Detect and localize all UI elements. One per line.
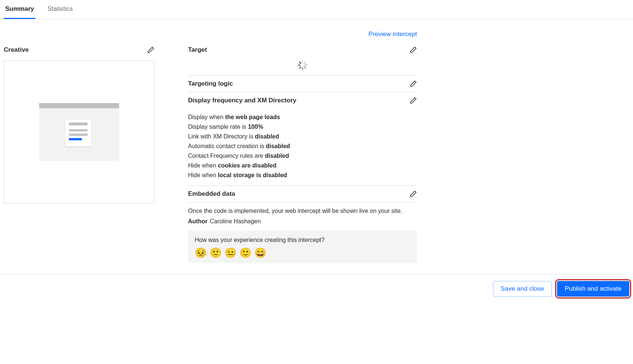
pencil-icon[interactable] xyxy=(410,97,417,104)
save-and-close-button[interactable]: Save and close xyxy=(493,281,552,297)
publish-highlight: Publish and activate xyxy=(557,281,629,297)
pencil-icon[interactable] xyxy=(147,46,155,54)
freq-sample-rate: Display sample rate is 100% xyxy=(188,122,417,132)
author-label: Author xyxy=(188,218,207,224)
creative-column: Creative xyxy=(4,42,155,263)
emoji-great[interactable]: 😄 xyxy=(254,248,266,258)
feedback-question: How was your experience creating this in… xyxy=(195,237,410,243)
targeting-logic-title: Targeting logic xyxy=(188,80,233,87)
targeting-logic-header: Targeting logic xyxy=(188,76,417,92)
target-title: Target xyxy=(188,46,207,54)
target-loading xyxy=(188,58,417,76)
tab-summary[interactable]: Summary xyxy=(4,3,35,19)
creative-mock-modal xyxy=(65,119,91,146)
settings-column: Preview intercept Target Targeting logic… xyxy=(188,42,417,263)
footer: Save and close Publish and activate xyxy=(0,274,633,303)
creative-title: Creative xyxy=(4,46,29,54)
freq-xm-link: Link with XM Directory is disabled xyxy=(188,132,417,141)
freq-hide-local: Hide when local storage is disabled xyxy=(188,170,417,180)
emoji-neutral[interactable]: 😐 xyxy=(225,248,236,258)
pencil-icon[interactable] xyxy=(410,46,417,54)
emoji-very-bad[interactable]: 😣 xyxy=(195,248,207,258)
feedback-box: How was your experience creating this in… xyxy=(188,231,417,263)
target-header: Target xyxy=(188,42,417,58)
emoji-good[interactable]: 🙂 xyxy=(239,248,251,258)
creative-preview xyxy=(4,60,155,204)
author-line: AuthorCaroline Hashagen xyxy=(188,216,417,231)
tabs: Summary Statistics xyxy=(0,0,633,19)
preview-intercept-link[interactable]: Preview intercept xyxy=(369,31,417,38)
freq-contact-freq: Contact Frequency rules are disabled xyxy=(188,151,417,161)
spinner-icon xyxy=(298,60,308,70)
implementation-note: Once the code is implemented, your web i… xyxy=(188,202,417,216)
display-freq-list: Display when the web page loads Display … xyxy=(188,109,417,186)
creative-mock-browser xyxy=(39,103,119,161)
embedded-data-title: Embedded data xyxy=(188,190,235,198)
freq-hide-cookies: Hide when cookies are disabled xyxy=(188,161,417,170)
freq-auto-contact: Automatic contact creation is disabled xyxy=(188,141,417,151)
pencil-icon[interactable] xyxy=(410,80,417,87)
display-freq-title: Display frequency and XM Directory xyxy=(188,97,296,104)
display-freq-header: Display frequency and XM Directory xyxy=(188,92,417,109)
tab-statistics[interactable]: Statistics xyxy=(46,3,74,19)
feedback-emoji-row: 😣 🙁 😐 🙂 😄 xyxy=(195,248,410,258)
freq-display-when: Display when the web page loads xyxy=(188,112,417,122)
emoji-bad[interactable]: 🙁 xyxy=(210,248,222,258)
publish-and-activate-button[interactable]: Publish and activate xyxy=(557,281,629,297)
embedded-data-header: Embedded data xyxy=(188,186,417,202)
pencil-icon[interactable] xyxy=(410,190,417,198)
author-name: Caroline Hashagen xyxy=(210,218,261,224)
creative-header: Creative xyxy=(4,42,155,58)
content: Creative Preview intercept Target xyxy=(0,19,633,274)
